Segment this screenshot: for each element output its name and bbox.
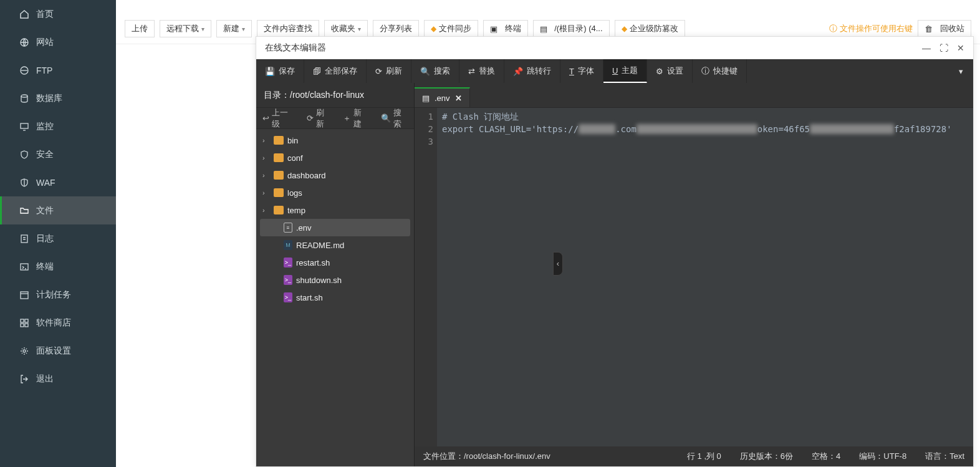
theme-button[interactable]: U主题 xyxy=(603,59,647,83)
monitor-icon xyxy=(19,121,30,132)
terminal-button[interactable]: ▣ 终端 xyxy=(483,20,528,37)
code-panel: ▤.env✕ 123 # Clash 订阅地址export CLASH_URL=… xyxy=(415,83,973,466)
shortcuts-button[interactable]: ⓘ快捷键 xyxy=(693,59,747,83)
window-title: 在线文本编辑器 xyxy=(265,42,922,54)
sidebar-item-db[interactable]: 数据库 xyxy=(0,84,116,112)
indent-setting[interactable]: 空格：4 xyxy=(812,451,840,462)
sidebar-item-ftp[interactable]: FTP xyxy=(0,56,116,84)
font-button[interactable]: T字体 xyxy=(560,59,603,83)
save-all-icon: 🗐 xyxy=(313,67,321,76)
tree-label: logs xyxy=(287,188,302,198)
toolbar-more-button[interactable]: ▾ xyxy=(948,59,973,83)
tree-item-dashboard[interactable]: ›dashboard xyxy=(256,166,414,184)
sidebar-item-monitor[interactable]: 监控 xyxy=(0,112,116,140)
theme-icon: U xyxy=(612,66,618,75)
sidebar-item-terminal[interactable]: 终端 xyxy=(0,253,116,281)
collapse-tree-handle[interactable]: ‹ xyxy=(553,252,563,276)
maximize-icon[interactable]: ⛶ xyxy=(939,43,948,53)
sidebar-item-logs[interactable]: 日志 xyxy=(0,224,116,253)
sidebar-item-waf[interactable]: WAF xyxy=(0,168,116,196)
diamond-icon: ◆ xyxy=(622,24,627,33)
save-icon: 💾 xyxy=(265,67,275,76)
remote-download-button[interactable]: 远程下载▾ xyxy=(160,20,211,37)
svg-rect-10 xyxy=(25,324,28,327)
sidebar-item-settings[interactable]: 面板设置 xyxy=(0,337,116,365)
search-icon: 🔍 xyxy=(381,113,391,123)
code-content[interactable]: # Clash 订阅地址export CLASH_URL='https://xx… xyxy=(437,108,957,446)
sidebar-item-appstore[interactable]: 软件商店 xyxy=(0,309,116,337)
tree-item-restartsh[interactable]: >_restart.sh xyxy=(256,254,414,271)
language-mode[interactable]: 语言：Text xyxy=(925,451,964,462)
sidebar-item-security[interactable]: 安全 xyxy=(0,140,116,168)
refresh-icon: ⟳ xyxy=(375,67,382,76)
chevron-down-icon: ▾ xyxy=(201,26,204,32)
ftp-icon xyxy=(19,65,30,76)
file-sync-button[interactable]: ◆文件同步 xyxy=(424,20,478,37)
font-icon: T xyxy=(569,67,574,76)
tree-item-temp[interactable]: ›temp xyxy=(256,201,414,219)
search-button[interactable]: 🔍搜索 xyxy=(375,108,414,128)
sidebar-item-site[interactable]: 网站 xyxy=(0,28,116,56)
history-versions[interactable]: 历史版本：6份 xyxy=(740,451,793,462)
chevron-right-icon: › xyxy=(262,206,270,214)
chevron-right-icon: › xyxy=(262,189,270,196)
waf-icon xyxy=(19,177,30,188)
tree-label: temp xyxy=(287,206,305,215)
sidebar-item-files[interactable]: 文件 xyxy=(0,196,116,224)
search-button[interactable]: 🔍搜索 xyxy=(411,59,459,83)
encoding[interactable]: 编码：UTF-8 xyxy=(859,451,906,462)
save-all-button[interactable]: 🗐全部保存 xyxy=(304,59,367,83)
tab-env[interactable]: ▤.env✕ xyxy=(415,87,470,107)
new-button[interactable]: ＋新建 xyxy=(337,108,374,128)
tree-item-logs[interactable]: ›logs xyxy=(256,184,414,201)
tree-item-startsh[interactable]: >_start.sh xyxy=(256,289,414,306)
svg-point-11 xyxy=(23,350,26,352)
upload-button[interactable]: 上传 xyxy=(125,20,155,37)
sidebar-item-exit[interactable]: 退出 xyxy=(0,365,116,393)
shield-icon xyxy=(19,149,30,160)
minimize-icon[interactable]: — xyxy=(922,43,931,53)
save-button[interactable]: 💾保存 xyxy=(256,59,304,83)
file-icon: ≡ xyxy=(284,223,292,233)
tree-item-bin[interactable]: ›bin xyxy=(256,132,414,149)
tree-label: restart.sh xyxy=(296,258,330,267)
cursor-position[interactable]: 行 1 ,列 0 xyxy=(687,451,721,462)
folder-icon xyxy=(274,153,284,162)
chevron-down-icon: ▾ xyxy=(242,26,245,32)
up-button[interactable]: ↩上一级 xyxy=(256,108,300,128)
favorites-button[interactable]: 收藏夹▾ xyxy=(324,20,368,37)
refresh-icon: ⟳ xyxy=(307,113,314,123)
code-editor[interactable]: 123 # Clash 订阅地址export CLASH_URL='https:… xyxy=(415,108,973,446)
share-list-button[interactable]: 分享列表 xyxy=(373,20,419,37)
close-tab-icon[interactable]: ✕ xyxy=(455,94,462,103)
svg-rect-4 xyxy=(21,235,27,243)
svg-rect-3 xyxy=(21,123,28,128)
refresh-button[interactable]: ⟳刷新 xyxy=(367,59,411,83)
recycle-button[interactable]: 🗑 回收站 xyxy=(918,20,971,37)
refresh-button[interactable]: ⟳刷新 xyxy=(300,108,337,128)
settings-icon xyxy=(19,345,30,357)
editor-window: 在线文本编辑器 — ⛶ ✕ 💾保存 🗐全部保存 ⟳刷新 🔍搜索 ⇄替换 📌跳转行… xyxy=(256,36,974,467)
diamond-icon: ◆ xyxy=(431,24,436,33)
rootdir-button[interactable]: ▤ /(根目录) (4... xyxy=(533,20,610,37)
svg-rect-9 xyxy=(21,324,24,327)
enterprise-button[interactable]: ◆企业级防篡改 xyxy=(615,20,685,37)
new-button[interactable]: 新建▾ xyxy=(216,20,252,37)
replace-button[interactable]: ⇄替换 xyxy=(459,59,504,83)
content-search-button[interactable]: 文件内容查找 xyxy=(257,20,319,37)
window-titlebar: 在线文本编辑器 — ⛶ ✕ xyxy=(256,37,973,59)
close-icon[interactable]: ✕ xyxy=(957,43,964,53)
goto-button[interactable]: 📌跳转行 xyxy=(504,59,560,83)
main-sidebar: 首页 网站 FTP 数据库 监控 安全 WAF 文件 日志 终端 计划任务 软件… xyxy=(0,0,116,467)
tree-label: shutdown.sh xyxy=(296,276,342,285)
tree-item-env[interactable]: ≡.env xyxy=(260,219,410,236)
tree-item-shutdownsh[interactable]: >_shutdown.sh xyxy=(256,271,414,289)
drive-icon: ▤ xyxy=(540,24,547,34)
file-icon: ▤ xyxy=(422,94,430,103)
tree-item-conf[interactable]: ›conf xyxy=(256,149,414,166)
sidebar-item-home[interactable]: 首页 xyxy=(0,0,116,28)
exit-icon xyxy=(19,373,30,385)
tree-item-READMEmd[interactable]: MREADME.md xyxy=(256,236,414,254)
settings-button[interactable]: ⚙设置 xyxy=(647,59,693,83)
sidebar-item-cron[interactable]: 计划任务 xyxy=(0,281,116,309)
